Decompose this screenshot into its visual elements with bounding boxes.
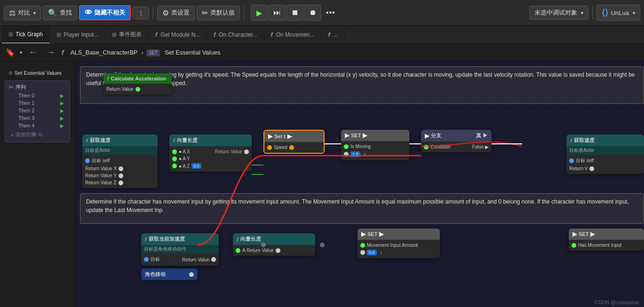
node-set-has-movement-header: ▶ SET ▶ xyxy=(569,228,644,240)
pin-return-y: Return Value Y xyxy=(82,172,158,179)
unlua-icon: ⟨⟩ xyxy=(602,8,608,18)
node-calc-accel-header: f Calculate Acceleration xyxy=(103,73,172,84)
node-get-velocity-2-subtitle: 目标是Actor xyxy=(566,146,644,155)
graph-icon-2: ⊞ xyxy=(56,31,61,38)
tab-player-input[interactable]: ⊞ Player Input... xyxy=(50,26,105,44)
pin-val-00-dot xyxy=(360,250,365,255)
search-button[interactable]: 🔍 查找 xyxy=(43,6,77,20)
func-icon-3: f xyxy=(271,31,273,38)
debug-target-dropdown[interactable]: 未选中调试对象 ▾ xyxy=(529,6,588,20)
pin-is-moving: Is Moving xyxy=(341,143,409,150)
then-1-item[interactable]: Then 1 ▶ xyxy=(15,99,68,107)
pin-target-2: 目标 self xyxy=(566,157,644,165)
node-get-velocity-subtitle: 目标是Actor xyxy=(82,146,158,155)
pin-return-dot xyxy=(244,150,249,154)
exec-in-2: ▶ xyxy=(345,132,349,139)
sidebar-set-essential-values[interactable]: ⚙ Set Essential Values xyxy=(5,68,70,78)
separator-2 xyxy=(244,6,244,20)
node-get-anim-speed-header: f 获取当前加速度 xyxy=(141,233,219,245)
node-set-is-moving-body: Is Moving 1.0 › xyxy=(341,141,409,160)
separator-1 xyxy=(153,6,153,20)
tab-get-module[interactable]: f Get Module N... xyxy=(149,26,207,44)
node-get-velocity-2[interactable]: f 获取速度 目标是Actor 目标 self Return V xyxy=(566,134,644,174)
pin-dot-return xyxy=(135,87,140,92)
pin-az-dot xyxy=(172,164,177,168)
node-get-anim-speed-body: 目标 Return Value xyxy=(141,253,219,266)
node-character-move[interactable]: 角色移动 xyxy=(141,268,198,280)
node-calc-accel-body: Return Value xyxy=(103,84,172,94)
tab-tick-graph[interactable]: ⊞ Tick Graph xyxy=(2,26,50,44)
node-vector-length[interactable]: f 向量长度 ● A X Return Value ● A Y ● A Z 0 xyxy=(169,134,252,172)
pin-ret-dot-2 xyxy=(589,166,594,171)
pin-speed-out xyxy=(289,145,294,150)
then-4-arrow: ▶ xyxy=(60,123,64,128)
top-toolbar: ⚖ 对比 ▾ 🔍 查找 👁 隐藏不相关 ⋮ ⚙ 类设置 ✏ 类默认值 ▶ ⏭ ⏹… xyxy=(0,0,644,26)
node-get-velocity-2-header: f 获取速度 xyxy=(566,134,644,146)
node-vector-length-2[interactable]: f 向量长度 A Return Value xyxy=(233,233,315,256)
pin-has-movement: Has Movement Input xyxy=(569,242,644,249)
func-icon-2: f xyxy=(214,31,215,38)
separator-3 xyxy=(592,6,593,20)
node-set-has-movement-body: Has Movement Input xyxy=(569,240,644,251)
tab-more[interactable]: f ... xyxy=(322,26,345,44)
add-pin-button[interactable]: + 添加引脚 ⊙ xyxy=(7,129,68,140)
node-get-anim-speed[interactable]: f 获取当前加速度 目标是角色移动组件 目标 Return Value xyxy=(141,233,219,266)
node-branch-header: ▶ 分支 真 ▶ xyxy=(421,130,492,142)
then-3-item[interactable]: Then 3 ▶ xyxy=(15,114,68,122)
node-set-is-moving-header: ▶ SET ▶ xyxy=(341,130,409,141)
breadcrumb-sep: › SET xyxy=(142,49,161,56)
search-icon: 🔍 xyxy=(48,8,57,17)
add-icon: + xyxy=(11,132,14,138)
record-button[interactable]: ⏺ xyxy=(304,5,321,21)
settings-icon: ⚙ xyxy=(162,8,169,17)
stop-button[interactable]: ⏹ xyxy=(286,5,303,21)
pin-dot-x xyxy=(119,166,123,171)
class-defaults-button[interactable]: ✏ 类默认值 xyxy=(197,6,240,20)
pin-return-value: Return Value xyxy=(103,86,172,93)
pin-anim-return xyxy=(211,257,216,262)
pin-a-out xyxy=(276,248,280,253)
node-set-movement-body: Movement Input Amount 0.0 › xyxy=(358,240,440,258)
then-2-arrow: ▶ xyxy=(60,108,64,113)
node-vector-length-body: ● A X Return Value ● A Y ● A Z 0.0 xyxy=(169,146,252,172)
tab-on-character[interactable]: f On Character... xyxy=(207,26,264,44)
node-set-movement-input[interactable]: ▶ SET ▶ Movement Input Amount 0.0 › xyxy=(358,228,440,258)
more-options-button[interactable]: ⋮ xyxy=(133,7,149,19)
node-set-is-moving[interactable]: ▶ SET ▶ Is Moving 1.0 › xyxy=(341,130,409,160)
tab-event-graph[interactable]: ⊞ 事件图表 xyxy=(105,26,149,44)
pin-return-x: Return Value X xyxy=(82,165,158,172)
hide-unrelated-button[interactable]: 👁 隐藏不相关 xyxy=(79,5,131,20)
then-0-item[interactable]: Then 0 ▶ xyxy=(15,92,68,99)
forward-button[interactable]: → xyxy=(44,47,58,58)
canvas-area[interactable]: Determine if the character is moving by … xyxy=(75,62,644,307)
eye-icon: 👁 xyxy=(85,8,92,17)
left-sidebar: ⚙ Set Essential Values ⊨ 序列 Then 0 ▶ The… xyxy=(0,62,75,307)
node-get-velocity[interactable]: f 获取速度 目标是Actor 目标 self Return Value X R… xyxy=(82,134,158,188)
node-vector-length-2-header: f 向量长度 xyxy=(233,233,315,245)
node-set-speed[interactable]: ▶ Set t ▶ Speed xyxy=(263,130,325,154)
class-settings-button[interactable]: ⚙ 类设置 xyxy=(157,6,195,20)
pin-value-00: 0.0 › xyxy=(358,249,440,256)
then-4-item[interactable]: Then 4 ▶ xyxy=(15,122,68,129)
exec-out-2: ▶ xyxy=(363,132,367,139)
play-button[interactable]: ▶ xyxy=(251,5,268,21)
pin-condition: Condition False ▶ xyxy=(421,143,492,150)
play-more-button[interactable]: ••• xyxy=(322,5,339,21)
pin-return-z: Return Value Z xyxy=(82,179,158,186)
target-icon: ⊙ xyxy=(38,132,42,138)
node-branch[interactable]: ▶ 分支 真 ▶ Condition False ▶ xyxy=(421,130,492,152)
node-set-has-movement[interactable]: ▶ SET ▶ Has Movement Input xyxy=(569,228,644,251)
node-set-movement-header: ▶ SET ▶ xyxy=(358,228,440,240)
node-set-speed-body: Speed xyxy=(264,142,324,153)
pin-cond-dot xyxy=(424,145,429,150)
step-button[interactable]: ⏭ xyxy=(269,5,286,21)
back-button[interactable]: ← xyxy=(26,47,40,58)
node-get-velocity-body: 目标 self Return Value X Return Value Y Re… xyxy=(82,155,158,188)
then-2-item[interactable]: Then 2 ▶ xyxy=(15,107,68,114)
node-get-velocity-2-body: 目标 self Return V xyxy=(566,155,644,174)
compare-button[interactable]: ⚖ 对比 ▾ xyxy=(4,6,41,20)
pin-anim-target xyxy=(144,257,149,262)
tab-on-movement[interactable]: f On Movemen... xyxy=(264,26,322,44)
node-calculate-acceleration[interactable]: f Calculate Acceleration Return Value xyxy=(103,73,172,94)
unlua-button[interactable]: ⟨⟩ UnLua ▾ xyxy=(596,5,640,21)
